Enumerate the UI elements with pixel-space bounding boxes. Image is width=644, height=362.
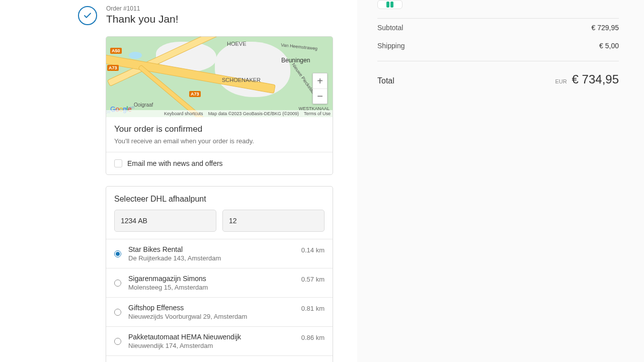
pickup-location-option[interactable]: Giftshop EffenessNieuwezijds Voorburgwal… xyxy=(106,297,333,326)
pickup-radio[interactable] xyxy=(114,309,121,316)
road-shield: A50 xyxy=(110,48,122,54)
road-shield: A73 xyxy=(189,91,201,97)
order-number: Order #1011 xyxy=(106,5,179,12)
pickup-location-address: Nieuwezijds Voorburgwal 29, Amsterdam xyxy=(128,313,247,320)
order-confirmation-card: HOEVE Beuningen SCHOENAKER Ooigraaf de W… xyxy=(106,36,333,175)
pickup-location-name: Pakketautomaat HEMA Nieuwendijk xyxy=(128,333,241,341)
pickup-radio[interactable] xyxy=(114,250,121,257)
pickup-location-option[interactable]: Star Bikes RentalDe Ruijterkade 143, Ams… xyxy=(106,239,333,268)
map-label: Ooigraaf xyxy=(134,102,153,108)
subtotal-value: € 729,95 xyxy=(592,24,619,32)
pickup-radio[interactable] xyxy=(114,338,121,345)
map-data-attribution: Map data ©2023 GeoBasis-DE/BKG (©2009) xyxy=(208,111,299,116)
map-label: Van Heemstraweg xyxy=(280,42,317,51)
pickup-title: Selecteer DHL afhaalpunt xyxy=(106,187,333,210)
pickup-location-name: Star Bikes Rental xyxy=(128,245,221,253)
map-zoom-out-button[interactable]: − xyxy=(313,88,327,104)
pickup-location-address: Nieuwendijk 174, Amsterdam xyxy=(128,342,241,349)
map-zoom-in-button[interactable]: + xyxy=(313,73,327,88)
currency-label: EUR xyxy=(555,78,567,84)
map-widget[interactable]: HOEVE Beuningen SCHOENAKER Ooigraaf de W… xyxy=(106,37,333,117)
pickup-location-address: Molensteeg 15, Amsterdam xyxy=(128,284,208,291)
pickup-location-distance: 0.57 km xyxy=(301,276,325,283)
success-check-icon xyxy=(78,6,97,25)
house-number-input[interactable] xyxy=(222,210,325,232)
confirmation-text: You'll receive an email when your order … xyxy=(114,137,325,145)
map-label: SCHOENAKER xyxy=(222,77,261,83)
pickup-location-distance: 0.81 km xyxy=(301,305,325,312)
product-thumbnail xyxy=(377,0,403,9)
pickup-location-distance: 0.14 km xyxy=(301,246,325,254)
pickup-location-name: Sigarenmagazijn Simons xyxy=(128,275,208,283)
pickup-radio[interactable] xyxy=(114,280,121,287)
pickup-location-address: De Ruijterkade 143, Amsterdam xyxy=(128,254,221,262)
map-terms-link[interactable]: Terms of Use xyxy=(304,111,331,116)
confirmation-title: Your order is confirmed xyxy=(114,124,325,134)
subtotal-label: Subtotal xyxy=(377,24,403,32)
pickup-point-card: Selecteer DHL afhaalpunt Star Bikes Rent… xyxy=(106,186,333,362)
newsletter-label: Email me with news and offers xyxy=(127,159,223,167)
pickup-location-option[interactable]: Sigarenmagazijn SimonsMolensteeg 15, Ams… xyxy=(106,268,333,297)
thank-you-heading: Thank you Jan! xyxy=(106,13,179,25)
map-label: HOEVE xyxy=(227,41,247,47)
newsletter-checkbox[interactable] xyxy=(114,159,122,167)
total-label: Total xyxy=(377,76,394,85)
shipping-label: Shipping xyxy=(377,42,405,50)
road-shield: A73 xyxy=(107,65,119,71)
pickup-location-option[interactable]: Tabakshuis NoordSperwerlaan 12, Amsterda… xyxy=(106,355,333,362)
pickup-location-option[interactable]: Pakketautomaat HEMA NieuwendijkNieuwendi… xyxy=(106,326,333,355)
pickup-location-distance: 0.86 km xyxy=(301,334,325,341)
shipping-value: € 5,00 xyxy=(599,42,619,50)
pickup-location-name: Giftshop Effeness xyxy=(128,304,247,312)
postal-code-input[interactable] xyxy=(114,210,216,232)
map-keyboard-shortcuts-link[interactable]: Keyboard shortcuts xyxy=(164,111,203,116)
total-value: € 734,95 xyxy=(572,72,619,86)
